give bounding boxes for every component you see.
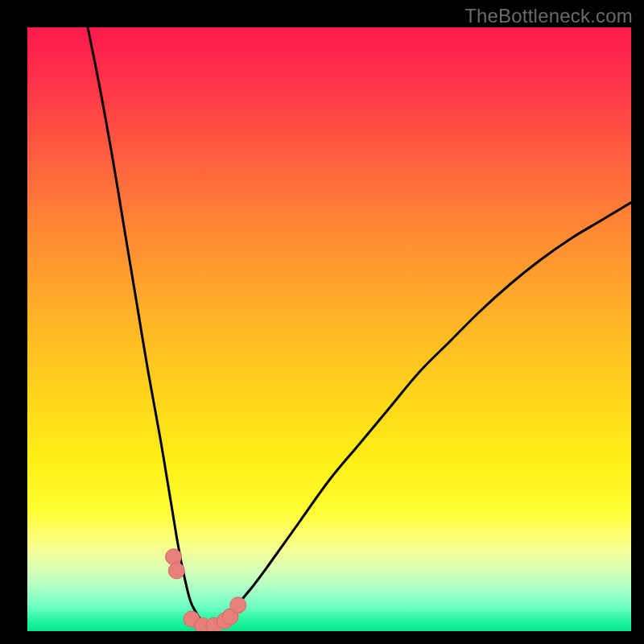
bottleneck-curve [88,27,631,628]
watermark-text: TheBottleneck.com [464,5,633,27]
chart-frame: TheBottleneck.com [0,0,644,644]
curve-left-branch [88,27,208,628]
highlight-point [166,549,182,565]
highlight-point [230,597,246,613]
plot-area [27,27,631,631]
curve-right-branch [208,203,631,629]
highlight-markers [166,549,246,631]
curve-layer [27,27,631,631]
highlight-point [168,563,184,579]
